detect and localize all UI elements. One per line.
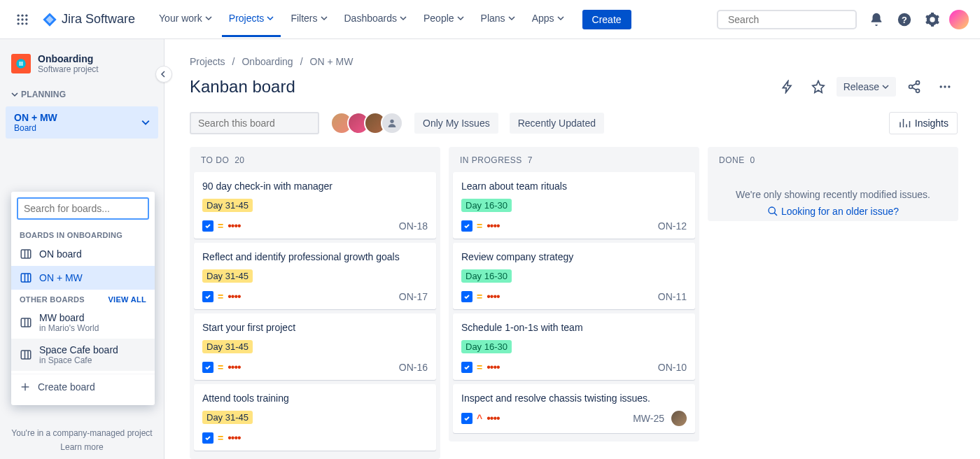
story-points-icon: •••• — [227, 432, 240, 444]
nav-your-work[interactable]: Your work — [152, 1, 219, 37]
svg-point-4 — [21, 18, 23, 20]
task-type-icon — [461, 413, 472, 424]
svg-point-34 — [916, 81, 920, 85]
kanban-column: TO DO 20 90 day check-in with manager Da… — [190, 147, 440, 459]
issue-card[interactable]: Learn about team rituals Day 16-30 = •••… — [453, 172, 695, 239]
issue-key: ON-12 — [658, 220, 687, 232]
profile-avatar[interactable] — [949, 10, 969, 29]
share-icon[interactable] — [902, 74, 927, 99]
dropdown-item-space-cafe[interactable]: Space Cafe board in Space Cafe — [11, 339, 155, 371]
help-icon[interactable]: ? — [893, 8, 916, 31]
column-header: IN PROGRESS 7 — [453, 155, 695, 172]
recently-updated-button[interactable]: Recently Updated — [510, 113, 604, 134]
card-title: Reflect and identify professional growth… — [202, 251, 428, 262]
board-selector-sub: Board — [14, 123, 57, 133]
jira-logo[interactable]: Jira Software — [36, 12, 141, 27]
column-header: TO DO 20 — [194, 155, 436, 172]
board-search-box[interactable] — [190, 112, 319, 134]
global-search[interactable] — [717, 10, 857, 29]
svg-point-3 — [18, 18, 20, 20]
project-type: Software project — [38, 64, 99, 74]
issue-card[interactable]: Reflect and identify professional growth… — [194, 243, 436, 309]
sidebar-section-planning[interactable]: PLANNING — [6, 85, 158, 104]
create-button[interactable]: Create — [582, 10, 631, 29]
dropdown-item-mw-board[interactable]: MW board in Mario's World — [11, 306, 155, 339]
svg-point-41 — [948, 85, 950, 87]
nav-dashboards[interactable]: Dashboards — [337, 1, 414, 37]
board-icon — [20, 248, 32, 260]
issue-card[interactable]: Review company strategy Day 16-30 = ••••… — [453, 243, 695, 309]
learn-more-link[interactable]: Learn more — [6, 442, 158, 452]
dropdown-item-on-board[interactable]: ON board — [11, 242, 155, 266]
app-switcher-icon[interactable] — [11, 8, 34, 31]
breadcrumb-onboarding[interactable]: Onboarding — [241, 56, 293, 67]
story-points-icon: •••• — [486, 362, 499, 373]
task-type-icon — [461, 291, 472, 302]
svg-line-38 — [912, 87, 916, 90]
assignee-avatar — [671, 411, 687, 426]
older-issue-link[interactable]: Looking for an older issue? — [712, 206, 954, 217]
svg-point-1 — [21, 14, 23, 16]
dropdown-label-other: OTHER BOARDS VIEW ALL — [11, 290, 155, 306]
page-title: Kanban board — [190, 77, 295, 97]
star-icon[interactable] — [806, 74, 831, 99]
search-icon — [767, 206, 778, 217]
breadcrumb-projects[interactable]: Projects — [190, 56, 225, 67]
card-tag: Day 31-45 — [202, 199, 253, 212]
add-people-button[interactable] — [381, 112, 403, 134]
dropdown-item-on-mw[interactable]: ON + MW — [11, 266, 155, 290]
board-icon — [20, 348, 32, 361]
notifications-icon[interactable] — [865, 8, 888, 31]
board-selector[interactable]: ON + MW Board — [6, 106, 158, 139]
settings-icon[interactable] — [921, 8, 944, 31]
sidebar: Onboarding Software project PLANNING ON … — [0, 39, 164, 459]
project-header[interactable]: Onboarding Software project — [6, 53, 158, 85]
nav-plans[interactable]: Plans — [474, 1, 522, 37]
card-title: 90 day check-in with manager — [202, 181, 428, 192]
issue-key: MW-25 — [633, 413, 664, 424]
svg-line-50 — [774, 213, 777, 216]
svg-line-37 — [912, 83, 916, 85]
card-title: Review company strategy — [461, 251, 687, 262]
board-search-input-main[interactable] — [198, 118, 321, 129]
only-my-issues-button[interactable]: Only My Issues — [414, 113, 498, 134]
plus-icon — [20, 381, 31, 393]
main-content: Projects / Onboarding / ON + MW Kanban b… — [164, 39, 980, 459]
task-type-icon — [202, 362, 214, 373]
kanban-columns: TO DO 20 90 day check-in with manager Da… — [190, 147, 958, 459]
issue-card[interactable]: 90 day check-in with manager Day 31-45 =… — [194, 172, 436, 239]
nav-filters[interactable]: Filters — [284, 1, 334, 37]
nav-people[interactable]: People — [416, 1, 471, 37]
issue-card[interactable]: Schedule 1-on-1s with team Day 16-30 = •… — [453, 313, 695, 380]
nav-projects[interactable]: Projects — [222, 1, 281, 37]
svg-point-35 — [909, 85, 913, 89]
card-tag: Day 16-30 — [461, 340, 512, 353]
card-tag: Day 16-30 — [461, 269, 512, 283]
issue-card[interactable]: Start your first project Day 31-45 = •••… — [194, 313, 436, 380]
breadcrumb-board[interactable]: ON + MW — [310, 56, 354, 67]
issue-key: ON-11 — [658, 291, 687, 302]
issue-card[interactable]: Inspect and resolve chassis twisting iss… — [453, 384, 695, 433]
automation-icon[interactable] — [775, 74, 800, 99]
view-all-link[interactable]: VIEW ALL — [108, 295, 146, 304]
svg-point-49 — [769, 207, 775, 213]
sidebar-collapse-button[interactable] — [155, 66, 172, 83]
issue-key: ON-16 — [399, 362, 428, 373]
board-search-input[interactable] — [24, 203, 146, 214]
board-search-field[interactable] — [17, 197, 149, 220]
card-title: Attend tools training — [202, 393, 428, 404]
nav-apps[interactable]: Apps — [525, 1, 571, 37]
release-button[interactable]: Release — [836, 77, 896, 97]
priority-medium-icon: = — [218, 291, 223, 302]
issue-card[interactable]: Attend tools training Day 31-45 = •••• — [194, 384, 436, 451]
more-icon[interactable] — [932, 74, 958, 99]
global-search-input[interactable] — [728, 14, 850, 25]
nav-links: Your work Projects Filters Dashboards Pe… — [152, 1, 571, 37]
svg-rect-29 — [21, 351, 31, 359]
insights-button[interactable]: Insights — [889, 112, 958, 134]
svg-text:?: ? — [902, 14, 907, 24]
task-type-icon — [202, 432, 214, 444]
task-type-icon — [461, 362, 472, 373]
create-board-button[interactable]: Create board — [11, 374, 155, 400]
board-dropdown: BOARDS IN ONBOARDING ON board ON + MW OT… — [11, 192, 155, 405]
